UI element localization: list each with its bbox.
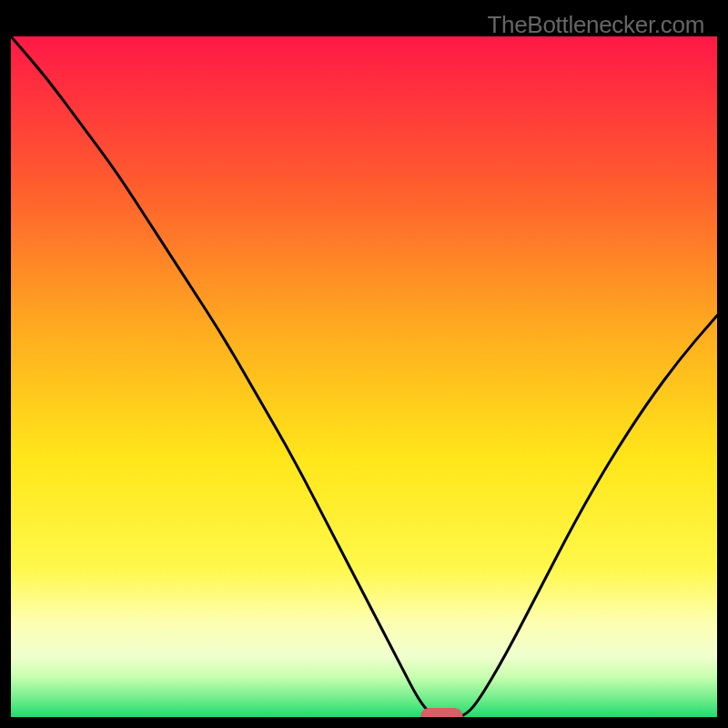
gradient-background [11, 36, 717, 717]
chart-frame: TheBottlenecker.com [11, 11, 717, 717]
optimum-marker [420, 708, 463, 717]
bottleneck-chart [11, 36, 717, 717]
watermark-label: TheBottlenecker.com [487, 11, 704, 39]
